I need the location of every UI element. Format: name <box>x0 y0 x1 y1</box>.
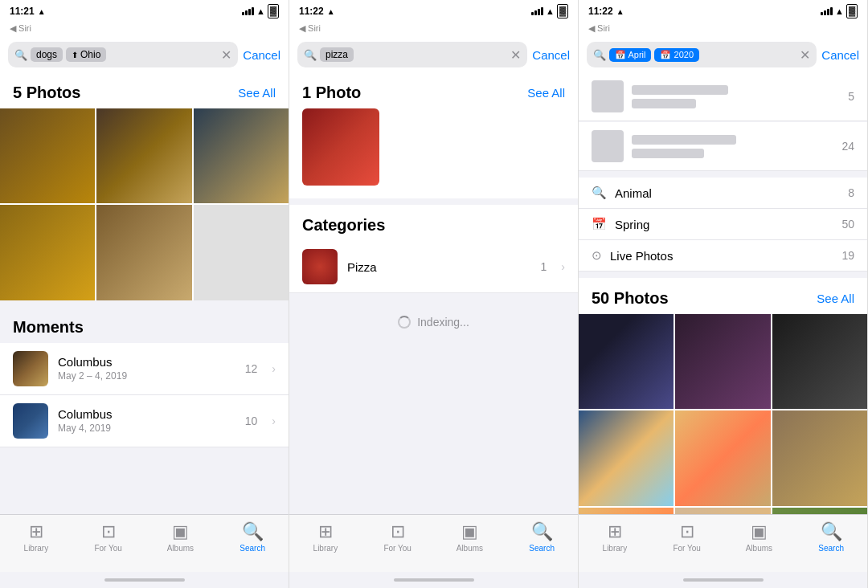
tab-label-albums-1: Albums <box>167 544 194 553</box>
battery-icon-2: ▓ <box>557 4 568 18</box>
tab-search-1[interactable]: 🔍 Search <box>216 521 289 553</box>
search-bar-3[interactable]: 🔍 📅 April 📅 2020 ✕ Cancel <box>579 37 867 72</box>
moment-thumb-2 <box>13 403 48 439</box>
search-clear-3[interactable]: ✕ <box>800 47 810 63</box>
tab-label-albums-3: Albums <box>746 544 772 553</box>
tab-library-2[interactable]: ⊞ Library <box>289 521 362 553</box>
dog-photo-4 <box>0 205 95 300</box>
spinner-icon <box>398 316 411 329</box>
content-2: 1 Photo See All Categories Pizza 1 › <box>289 72 578 514</box>
redacted-text-1 <box>632 85 840 108</box>
redacted-item-2[interactable]: 24 <box>579 122 867 171</box>
category-pizza[interactable]: Pizza 1 › <box>289 241 578 293</box>
search-tag-2020[interactable]: 📅 2020 <box>654 48 699 62</box>
see-all-2[interactable]: See All <box>527 86 565 100</box>
photo-grid-3 <box>579 314 867 514</box>
tab-bar-3: ⊞ Library ⊡ For You ▣ Albums 🔍 Search <box>579 514 867 572</box>
moment-title-2: Columbus <box>58 407 235 421</box>
search-clear-2[interactable]: ✕ <box>510 47 521 63</box>
indexing-indicator: Indexing... <box>289 300 578 345</box>
tab-foryou-2[interactable]: ⊡ For You <box>362 521 434 553</box>
see-all-1[interactable]: See All <box>238 86 276 100</box>
wifi-icon-2: ▲ <box>546 6 555 16</box>
chevron-right-2[interactable]: › <box>272 414 276 427</box>
search-field-3[interactable]: 🔍 📅 April 📅 2020 ✕ <box>587 42 817 67</box>
tab-albums-2[interactable]: ▣ Albums <box>434 521 506 553</box>
moment-item-2[interactable]: Columbus May 4, 2019 10 › <box>0 395 289 447</box>
cancel-button-3[interactable]: Cancel <box>821 48 859 62</box>
search-glass-icon-3: 🔍 <box>593 49 606 61</box>
suggestion-spring[interactable]: 📅 Spring 50 <box>579 209 867 240</box>
photos-header-1: 5 Photos See All <box>0 72 289 108</box>
p3-photo-8 <box>675 508 770 514</box>
search-tag-april[interactable]: 📅 April <box>609 48 651 62</box>
list-row-2[interactable]: 24 <box>579 122 867 171</box>
tab-search-3[interactable]: 🔍 Search <box>795 521 867 553</box>
see-all-3[interactable]: See All <box>817 292 854 305</box>
photos-section-1: 5 Photos See All <box>0 72 289 300</box>
tab-bar-2: ⊞ Library ⊡ For You ▣ Albums 🔍 Search <box>289 514 578 572</box>
bar2-2 <box>534 10 537 15</box>
tab-foryou-1[interactable]: ⊡ For You <box>72 521 145 553</box>
tab-library-3[interactable]: ⊞ Library <box>579 521 651 553</box>
redacted-line-2 <box>632 99 696 108</box>
siri-label-2: ◀ Siri <box>289 22 578 37</box>
status-right-3: ▲ ▓ <box>821 4 858 18</box>
photos-section-3: 50 Photos See All <box>579 278 867 514</box>
livephoto-icon: ⊙ <box>592 248 602 263</box>
photos-count-3: 50 Photos <box>592 289 669 308</box>
redacted-item-1[interactable]: 5 <box>579 72 867 121</box>
tab-bar-1: ⊞ Library ⊡ For You ▣ Albums 🔍 Search <box>0 514 289 572</box>
foryou-icon-1: ⊡ <box>101 521 116 542</box>
status-bar-1: 11:21 ▲ ▲ ▓ <box>0 0 289 22</box>
suggestion-animal[interactable]: 🔍 Animal 8 <box>579 178 867 209</box>
category-name-pizza: Pizza <box>347 260 531 274</box>
home-indicator-1 <box>0 572 289 588</box>
category-count-pizza: 1 <box>541 260 547 273</box>
moment-date-1: May 2 – 4, 2019 <box>58 370 235 382</box>
tab-label-library-3: Library <box>603 544 628 553</box>
dog-photo-1 <box>0 108 95 203</box>
status-right-1: ▲ ▓ <box>242 4 279 18</box>
status-left-2: 11:22 ▲ <box>299 6 335 17</box>
category-chevron[interactable]: › <box>561 260 565 273</box>
tab-label-search-3: Search <box>818 544 844 553</box>
chevron-right-1[interactable]: › <box>272 362 276 375</box>
search-field-2[interactable]: 🔍 pizza ✕ <box>297 42 527 67</box>
tab-albums-3[interactable]: ▣ Albums <box>723 521 796 553</box>
tab-albums-1[interactable]: ▣ Albums <box>145 521 217 553</box>
list-row-1[interactable]: 5 <box>579 72 867 121</box>
p3-photo-6 <box>772 410 867 505</box>
photos-count-2: 1 Photo <box>302 84 361 102</box>
p3-photo-5 <box>675 410 770 505</box>
tab-search-2[interactable]: 🔍 Search <box>506 521 578 553</box>
redacted-line-4 <box>632 149 704 158</box>
search-tag-pizza[interactable]: pizza <box>320 47 354 62</box>
moment-item-1[interactable]: Columbus May 2 – 4, 2019 12 › <box>0 343 289 395</box>
cancel-button-1[interactable]: Cancel <box>243 48 280 62</box>
signal-2 <box>531 7 543 15</box>
categories-header: Categories <box>289 205 578 241</box>
search-glass-icon-2: 🔍 <box>304 49 317 61</box>
cancel-button-2[interactable]: Cancel <box>532 48 570 62</box>
time-1: 11:21 <box>10 6 35 17</box>
p3-photo-3 <box>772 314 867 409</box>
dog-photo-3 <box>194 108 289 203</box>
tab-foryou-3[interactable]: ⊡ For You <box>651 521 723 553</box>
photos-header-3: 50 Photos See All <box>579 278 867 314</box>
suggestion-livephotos[interactable]: ⊙ Live Photos 19 <box>579 240 867 272</box>
panel-3: 11:22 ▲ ▲ ▓ ◀ Siri 🔍 📅 April 📅 2020 ✕ Ca… <box>579 0 868 588</box>
search-tag-ohio[interactable]: ⬆ Ohio <box>66 47 106 62</box>
search-bar-2[interactable]: 🔍 pizza ✕ Cancel <box>289 37 578 72</box>
suggestion-spring-label: Spring <box>615 218 833 231</box>
search-field-1[interactable]: 🔍 dogs ⬆ Ohio ✕ <box>8 42 238 67</box>
search-bar-1[interactable]: 🔍 dogs ⬆ Ohio ✕ Cancel <box>0 37 289 72</box>
bar4-2 <box>541 7 543 15</box>
foryou-icon-2: ⊡ <box>391 521 405 542</box>
tab-library-1[interactable]: ⊞ Library <box>0 521 72 553</box>
bar1 <box>242 12 244 15</box>
animal-icon: 🔍 <box>592 186 607 200</box>
home-indicator-2 <box>289 572 578 588</box>
search-clear-1[interactable]: ✕ <box>221 47 231 63</box>
search-tag-dogs[interactable]: dogs <box>31 47 63 62</box>
